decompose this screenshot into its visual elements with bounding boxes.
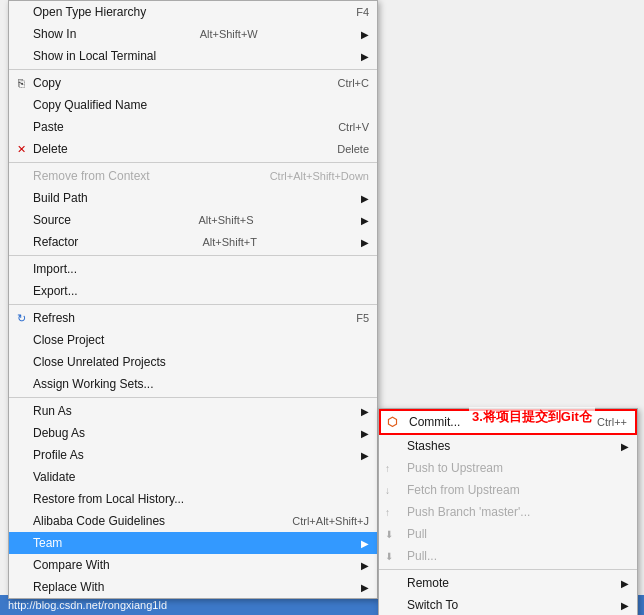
menu-run-as[interactable]: Run As ▶ [9,400,377,422]
menu-alibaba-guidelines[interactable]: Alibaba Code Guidelines Ctrl+Alt+Shift+J [9,510,377,532]
menu-remove-from-context[interactable]: Remove from Context Ctrl+Alt+Shift+Down [9,165,377,187]
menu-label: Debug As [33,426,85,440]
submenu-label: Pull [407,527,427,541]
menu-label: Run As [33,404,72,418]
submenu-arrow-icon: ▶ [621,578,629,589]
menu-import[interactable]: Import... [9,258,377,280]
shortcut: Alt+Shift+W [180,28,258,40]
push-branch-icon: ↑ [385,507,390,518]
menu-label: Build Path [33,191,88,205]
menu-label: Show In [33,27,76,41]
menu-debug-as[interactable]: Debug As ▶ [9,422,377,444]
menu-label: Alibaba Code Guidelines [33,514,165,528]
commit-icon: ⬡ [387,415,397,429]
menu-paste[interactable]: Paste Ctrl+V [9,116,377,138]
shortcut: Delete [317,143,369,155]
menu-source[interactable]: Source Alt+Shift+S ▶ [9,209,377,231]
submenu-arrow-icon: ▶ [361,51,369,62]
menu-copy-qualified-name[interactable]: Copy Qualified Name [9,94,377,116]
delete-icon: ✕ [13,141,29,157]
submenu-remote[interactable]: Remote ▶ [379,572,637,594]
menu-profile-as[interactable]: Profile As ▶ [9,444,377,466]
submenu-pull-dialog[interactable]: ⬇ Pull... [379,545,637,567]
submenu-arrow-icon: ▶ [361,450,369,461]
submenu-arrow-icon: ▶ [361,538,369,549]
menu-open-type-hierarchy[interactable]: Open Type Hierarchy F4 [9,1,377,23]
separator [9,162,377,163]
menu-validate[interactable]: Validate [9,466,377,488]
submenu-arrow-icon: ▶ [361,29,369,40]
menu-close-unrelated[interactable]: Close Unrelated Projects [9,351,377,373]
submenu-arrow-icon: ▶ [621,441,629,452]
menu-label: Replace With [33,580,104,594]
submenu-arrow-icon: ▶ [621,600,629,611]
menu-label: Import... [33,262,77,276]
submenu-fetch-upstream[interactable]: ↓ Fetch from Upstream [379,479,637,501]
menu-assign-working-sets[interactable]: Assign Working Sets... [9,373,377,395]
menu-team[interactable]: Team ▶ [9,532,377,554]
shortcut: Ctrl++ [597,416,627,428]
menu-copy[interactable]: ⎘ Copy Ctrl+C [9,72,377,94]
menu-label: Profile As [33,448,84,462]
menu-label: Export... [33,284,78,298]
menu-label: Delete [33,142,68,156]
menu-label: Restore from Local History... [33,492,184,506]
submenu-arrow-icon: ▶ [361,582,369,593]
submenu-arrow-icon: ▶ [361,406,369,417]
submenu-stashes[interactable]: Stashes ▶ [379,435,637,457]
menu-build-path[interactable]: Build Path ▶ [9,187,377,209]
submenu-arrow-icon: ▶ [361,215,369,226]
menu-refresh[interactable]: ↻ Refresh F5 [9,307,377,329]
submenu-label: Stashes [407,439,450,453]
menu-replace-with[interactable]: Replace With ▶ [9,576,377,598]
submenu-label: Remote [407,576,449,590]
shortcut: Ctrl+C [318,77,369,89]
separator [9,397,377,398]
menu-show-local-terminal[interactable]: Show in Local Terminal ▶ [9,45,377,67]
submenu-arrow-icon: ▶ [361,193,369,204]
menu-label: Team [33,536,62,550]
submenu-pull[interactable]: ⬇ Pull [379,523,637,545]
menu-label: Copy Qualified Name [33,98,147,112]
pull-icon: ⬇ [385,529,393,540]
menu-delete[interactable]: ✕ Delete Delete [9,138,377,160]
refresh-icon: ↻ [13,310,29,326]
submenu-arrow-icon: ▶ [361,428,369,439]
menu-label: Close Unrelated Projects [33,355,166,369]
submenu-switch-to[interactable]: Switch To ▶ [379,594,637,615]
pull-dialog-icon: ⬇ [385,551,393,562]
shortcut: Ctrl+Alt+Shift+J [272,515,369,527]
separator [9,255,377,256]
submenu-label: Switch To [407,598,458,612]
menu-label: Close Project [33,333,104,347]
menu-label: Assign Working Sets... [33,377,154,391]
separator [379,569,637,570]
shortcut: Alt+Shift+T [182,236,256,248]
menu-label: Refresh [33,311,75,325]
submenu-label: Commit... [409,415,460,429]
menu-label: Validate [33,470,75,484]
shortcut: F5 [336,312,369,324]
submenu-push-branch[interactable]: ↑ Push Branch 'master'... [379,501,637,523]
menu-label: Source [33,213,71,227]
separator [9,69,377,70]
submenu-label: Push Branch 'master'... [407,505,530,519]
copy-icon: ⎘ [13,75,29,91]
context-menu: Open Type Hierarchy F4 Show In Alt+Shift… [8,0,378,599]
submenu-push-upstream[interactable]: ↑ Push to Upstream [379,457,637,479]
menu-label: Compare With [33,558,110,572]
menu-show-in[interactable]: Show In Alt+Shift+W ▶ [9,23,377,45]
shortcut: Ctrl+V [318,121,369,133]
menu-label: Paste [33,120,64,134]
menu-restore-history[interactable]: Restore from Local History... [9,488,377,510]
submenu-label: Push to Upstream [407,461,503,475]
separator [9,304,377,305]
menu-label: Refactor [33,235,78,249]
shortcut: Alt+Shift+S [178,214,253,226]
menu-compare-with[interactable]: Compare With ▶ [9,554,377,576]
url-label: http://blog.csdn.net/rongxiang1ld [8,599,167,611]
submenu-label: Pull... [407,549,437,563]
menu-close-project[interactable]: Close Project [9,329,377,351]
menu-export[interactable]: Export... [9,280,377,302]
menu-refactor[interactable]: Refactor Alt+Shift+T ▶ [9,231,377,253]
